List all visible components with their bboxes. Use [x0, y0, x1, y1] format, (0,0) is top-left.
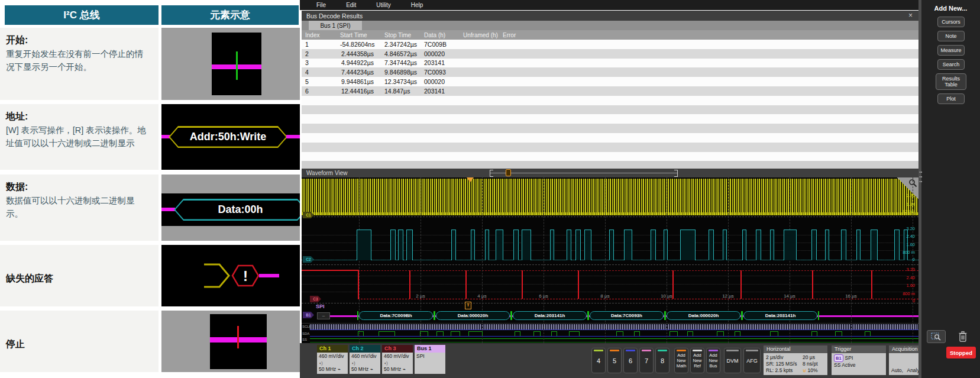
channel-button-7[interactable]: 7: [639, 348, 654, 373]
dvm-button[interactable]: DVM: [724, 348, 741, 373]
measure-button[interactable]: Measure: [937, 45, 965, 56]
trash-button[interactable]: [957, 329, 969, 344]
waveform-canvas[interactable]: C1 C2 C3 SPI B1 – T SCLK SDA SS 2 µs4 µs…: [302, 177, 918, 343]
channel-button-5[interactable]: 5: [607, 348, 622, 373]
channel-badge-ch3[interactable]: Ch 3460 mV/div◖)50 MHz ⌁: [382, 345, 413, 374]
sda-pulse: [379, 331, 395, 336]
minimap-track[interactable]: [490, 173, 678, 173]
channel-badge-ch2[interactable]: Ch 2460 mV/div◖)50 MHz ⌁: [350, 345, 380, 374]
table-cell: -54.82604ns: [337, 41, 381, 48]
table-row[interactable]: [302, 133, 918, 143]
button-stripe: [726, 350, 739, 351]
ch2-scale-label: 3.20: [891, 226, 915, 231]
close-icon[interactable]: ×: [908, 11, 913, 20]
ch2-pulse: [485, 230, 489, 260]
minimap-trigger-marker[interactable]: [506, 169, 511, 176]
zoom-mode-button[interactable]: [927, 330, 946, 343]
time-label: 14 µs: [777, 293, 803, 299]
table-row[interactable]: 612.44416µs14.847µs203141: [302, 86, 918, 96]
divider-drag-handle[interactable]: [919, 170, 922, 186]
probe-icon: ◖): [319, 360, 346, 366]
doc-row-body: 重复开始发生在没有前一个停止的情况下显示另一个开始。: [6, 49, 143, 72]
doc-row-data-text: 数据: 数据值可以以十六进制或二进制显示。: [0, 175, 159, 241]
channel-button-8[interactable]: 8: [655, 348, 669, 373]
doc-row-address-text: 地址: [W] 表示写操作，[R] 表示读操作。地址值可以以十六进制或二进制显示: [0, 104, 159, 170]
trigger-panel[interactable]: Trigger B1SPI SS Active: [832, 345, 886, 375]
doc-header-i2c-bus: I²C 总线: [5, 5, 159, 25]
table-row[interactable]: [302, 114, 918, 124]
sda-pulse: [420, 331, 428, 336]
column-header[interactable]: Error: [499, 32, 918, 38]
time-label: 2 µs: [407, 293, 434, 299]
ch3-pulse: [871, 270, 872, 299]
zoom-select-icon: [931, 332, 942, 341]
ch3-pulse: [409, 270, 410, 299]
table-row[interactable]: [302, 96, 918, 105]
table-row[interactable]: 22.444358µs4.846572µs000020: [302, 49, 918, 59]
table-row[interactable]: 1-54.82604ns2.347242µs7C009B: [302, 40, 918, 49]
bus1-badge[interactable]: B1: [303, 312, 314, 318]
menu-utility[interactable]: Utility: [376, 2, 390, 8]
minimap-right-bracket[interactable]: [674, 170, 678, 177]
stopped-button[interactable]: Stopped: [946, 347, 976, 358]
horizontal-rl: RL: 2.5 kpts: [766, 367, 803, 374]
channel-button-4[interactable]: 4: [591, 348, 606, 373]
table-cell: 9.944861µs: [337, 78, 381, 85]
ch3-badge[interactable]: C3: [310, 296, 321, 302]
ch2-pulse: [584, 230, 591, 260]
trigger-position-icon[interactable]: [467, 177, 474, 182]
sda-pulse: [436, 331, 444, 336]
table-cell: 000020: [421, 50, 460, 57]
table-cell: 000020: [421, 78, 460, 85]
sda-pulse: [451, 331, 460, 336]
channel-badge-bus1[interactable]: Bus 1SPI: [415, 345, 445, 374]
plot-button[interactable]: Plot: [937, 93, 965, 104]
table-row[interactable]: [302, 143, 918, 152]
table-row[interactable]: 59.944861µs12.34734µs000020: [302, 77, 918, 86]
channel-color-stripe: [642, 350, 651, 351]
horizontal-panel[interactable]: Horizontal 2 µs/div20 µs SR: 125 MS/s8 n…: [764, 345, 827, 375]
results-table-button[interactable]: Results Table: [936, 73, 966, 90]
menu-help[interactable]: Help: [411, 2, 423, 8]
channel-bandwidth: 50 MHz ⌁: [319, 366, 346, 373]
ch3-scale-label: 3.20: [891, 267, 915, 272]
doc-row-body: 数据值可以以十六进制或二进制显示。: [6, 196, 135, 218]
table-cell: 6: [302, 88, 337, 95]
afg-button[interactable]: AFG: [743, 348, 761, 373]
column-header[interactable]: Data (h): [421, 32, 460, 38]
addr-magenta-stub-left: [161, 135, 170, 138]
channel-badge-ch1[interactable]: Ch 1460 mV/div◖)50 MHz ⌁: [317, 345, 348, 374]
svg-text:!: !: [243, 268, 248, 284]
channel-button-6[interactable]: 6: [623, 348, 638, 373]
table-row[interactable]: [302, 152, 918, 161]
sda-pulse: [687, 331, 693, 336]
note-button[interactable]: Note: [937, 31, 965, 41]
column-header[interactable]: Start Time: [337, 32, 381, 38]
menu-file[interactable]: File: [316, 2, 326, 8]
table-row[interactable]: [302, 105, 918, 115]
tab-bus1-spi[interactable]: Bus 1 (SPI): [309, 21, 362, 30]
column-header[interactable]: Stop Time: [381, 32, 421, 38]
search-button[interactable]: Search: [937, 59, 965, 70]
frame-end-tick: [818, 311, 819, 320]
cursors-button[interactable]: Cursors: [937, 17, 965, 27]
sda-pulse: [835, 331, 842, 336]
add-new-ref-button[interactable]: Add New Ref: [690, 348, 704, 373]
trigger-flag-icon[interactable]: T: [465, 302, 471, 309]
table-cell: 1: [302, 41, 337, 48]
table-row[interactable]: 34.944922µs7.347442µs203141: [302, 59, 918, 68]
table-row[interactable]: [302, 124, 918, 133]
add-new-bus-button[interactable]: Add New Bus: [706, 348, 720, 373]
channel-scale: 460 mV/div: [384, 353, 411, 360]
menu-edit[interactable]: Edit: [346, 2, 356, 8]
ch2-badge[interactable]: C2: [303, 256, 314, 263]
sda-pulse: [515, 331, 520, 336]
digital-label-ss: SS: [302, 338, 307, 341]
minimap-left-bracket[interactable]: [490, 170, 493, 177]
ch2-pulse: [406, 230, 413, 260]
table-row[interactable]: 47.444234µs9.846898µs7C0093: [302, 67, 918, 77]
add-new-math-button[interactable]: Add New Math: [674, 348, 688, 373]
column-header[interactable]: Unframed (h): [460, 32, 499, 38]
ch1-scale-label: 920 m: [891, 209, 915, 214]
column-header[interactable]: Index: [302, 32, 337, 38]
